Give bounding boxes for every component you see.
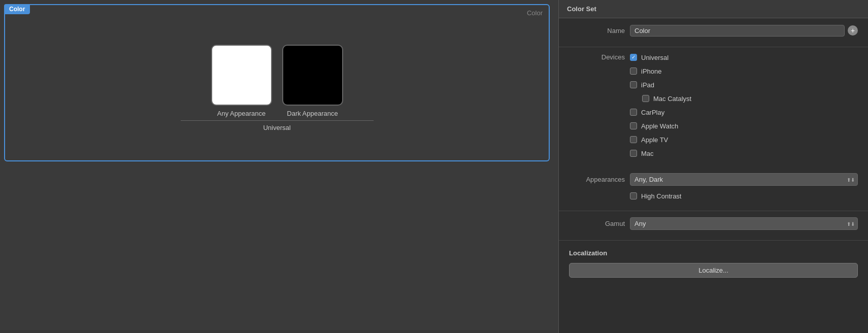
appearances-row: Appearances Any, Dark None Any, Dark, Li… <box>569 173 858 186</box>
device-mac-row: Mac <box>630 148 858 158</box>
device-mac-catalyst-row: Mac Catalyst <box>630 93 858 104</box>
device-mac-catalyst-label: Mac Catalyst <box>653 95 691 103</box>
color-set-header: Color Set <box>559 0 868 18</box>
dark-appearance-color-swatch[interactable] <box>282 45 343 106</box>
device-carplay-row: CarPlay <box>630 107 858 117</box>
devices-checkboxes: Universal iPhone iPad Mac Catalyst CarPl… <box>630 52 858 162</box>
gamut-label: Gamut <box>569 220 625 227</box>
device-apple-tv-label: Apple TV <box>641 136 668 144</box>
localization-header-row: Localization <box>569 247 858 259</box>
device-carplay-checkbox[interactable] <box>630 109 637 116</box>
device-iphone-checkbox[interactable] <box>630 68 637 75</box>
gamut-select-wrapper: Any sRGB P3 ⬆⬇ <box>630 217 858 230</box>
device-universal-checkbox[interactable] <box>630 54 637 61</box>
universal-label: Universal <box>263 124 290 131</box>
gamut-row: Gamut Any sRGB P3 ⬆⬇ <box>569 217 858 230</box>
device-ipad-label: iPad <box>641 81 654 89</box>
dark-appearance-label: Dark Appearance <box>287 110 338 117</box>
device-mac-checkbox[interactable] <box>630 150 637 157</box>
device-mac-catalyst-checkbox[interactable] <box>642 95 649 102</box>
appearances-select-wrapper: Any, Dark None Any, Dark, Light Any, Lig… <box>630 173 858 186</box>
swatches-row: Any Appearance Dark Appearance <box>211 45 343 117</box>
appearances-label: Appearances <box>569 176 625 183</box>
add-color-button[interactable]: + <box>848 25 858 36</box>
high-contrast-checkbox[interactable] <box>630 192 637 199</box>
device-universal-label: Universal <box>641 54 669 61</box>
devices-label: Devices <box>569 52 625 61</box>
device-apple-watch-row: Apple Watch <box>630 121 858 131</box>
right-panel: Color Set Name + Devices Universal iPhon… <box>558 0 868 333</box>
device-apple-watch-label: Apple Watch <box>641 122 678 130</box>
high-contrast-label: High Contrast <box>641 192 681 200</box>
color-label-top-right: Color <box>527 9 543 17</box>
device-iphone-row: iPhone <box>630 66 858 76</box>
high-contrast-checkbox-row: High Contrast <box>630 191 858 201</box>
name-input[interactable] <box>630 25 845 37</box>
color-swatches-area: Any Appearance Dark Appearance Universal <box>10 10 544 155</box>
gamut-section: Gamut Any sRGB P3 ⬆⬇ <box>559 211 868 241</box>
gamut-select[interactable]: Any sRGB P3 <box>630 217 858 230</box>
dark-appearance-swatch: Dark Appearance <box>282 45 343 117</box>
left-panel: Color Color Any Appearance Dark Appearan… <box>0 0 558 333</box>
color-tab-label: Color <box>4 4 30 14</box>
appearances-select[interactable]: Any, Dark None Any, Dark, Light Any, Lig… <box>630 173 858 186</box>
device-apple-tv-checkbox[interactable] <box>630 136 637 143</box>
device-apple-watch-checkbox[interactable] <box>630 122 637 129</box>
name-input-wrapper: + <box>630 25 858 37</box>
name-label: Name <box>569 27 625 35</box>
device-iphone-label: iPhone <box>641 68 661 75</box>
devices-section: Devices Universal iPhone iPad Mac Cataly… <box>559 47 868 167</box>
any-appearance-swatch: Any Appearance <box>211 45 272 117</box>
localization-section: Localization Localize... <box>559 241 868 284</box>
color-set-box: Color Color Any Appearance Dark Appearan… <box>4 4 550 161</box>
high-contrast-row: High Contrast <box>569 191 858 201</box>
appearances-section: Appearances Any, Dark None Any, Dark, Li… <box>559 167 868 211</box>
device-universal-row: Universal <box>630 52 858 62</box>
device-mac-label: Mac <box>641 150 654 157</box>
any-appearance-color-swatch[interactable] <box>211 45 272 106</box>
localization-label: Localization <box>569 249 607 257</box>
divider <box>181 120 374 121</box>
name-row: Name + <box>569 24 858 37</box>
device-apple-tv-row: Apple TV <box>630 135 858 145</box>
name-section: Name + <box>559 18 868 47</box>
any-appearance-label: Any Appearance <box>217 110 265 117</box>
localize-button[interactable]: Localize... <box>569 263 858 278</box>
device-carplay-label: CarPlay <box>641 109 664 116</box>
device-ipad-checkbox[interactable] <box>630 81 637 88</box>
device-ipad-row: iPad <box>630 80 858 90</box>
